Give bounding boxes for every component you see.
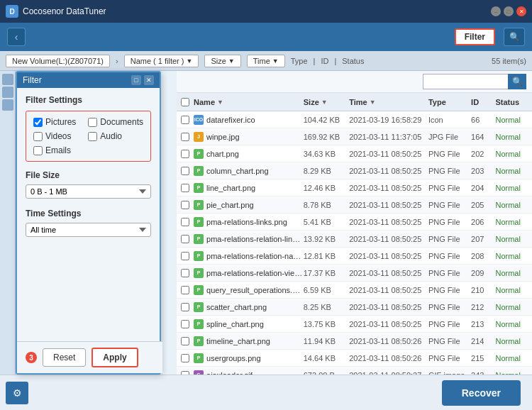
table-row[interactable]: ICO datarefixer.ico 104.42 KB 2021-03-19… bbox=[177, 111, 532, 128]
table-row[interactable]: P usergroups.png 14.64 KB 2021-03-11 08:… bbox=[177, 350, 532, 367]
checkbox-audio[interactable]: Audio bbox=[88, 131, 143, 141]
app-title: Cocosenor DataTuner bbox=[23, 6, 487, 16]
checkbox-pictures[interactable]: Pictures bbox=[33, 117, 82, 127]
table-row[interactable]: P scatter_chart.png 8.25 KB 2021-03-11 0… bbox=[177, 299, 532, 316]
row-id: 215 bbox=[471, 354, 495, 362]
table-row[interactable]: P query_result_operations.png 6.59 KB 20… bbox=[177, 282, 532, 299]
row-size: 14.64 KB bbox=[304, 354, 349, 362]
time-settings-label: Time Settings bbox=[26, 209, 151, 218]
table-row[interactable]: P column_chart.png 8.29 KB 2021-03-11 08… bbox=[177, 162, 532, 179]
filter-button[interactable]: Filter bbox=[455, 28, 495, 45]
apply-button[interactable]: Apply bbox=[92, 348, 138, 367]
table-row[interactable]: P line_chart.png 12.46 KB 2021-03-11 08:… bbox=[177, 179, 532, 196]
row-type: JPG File bbox=[428, 133, 471, 141]
sidebar-icon-1[interactable] bbox=[2, 74, 13, 85]
close-button[interactable]: ✕ bbox=[516, 6, 526, 16]
toolbar-search-button[interactable]: 🔍 bbox=[504, 28, 525, 46]
recover-button[interactable]: Recover bbox=[442, 380, 521, 406]
sidebar-icon-2[interactable] bbox=[2, 87, 13, 98]
table-row[interactable]: J winpe.jpg 169.92 KB 2021-03-11 11:37:0… bbox=[177, 128, 532, 145]
table-row[interactable]: P pma-relations-links.png 5.41 KB 2021-0… bbox=[177, 214, 532, 231]
reset-button[interactable]: Reset bbox=[43, 348, 86, 367]
bottom-bar: ⚙ Recover bbox=[0, 375, 532, 410]
row-id: 202 bbox=[471, 150, 495, 158]
toolbar: ‹ Filter 🔍 bbox=[0, 23, 532, 51]
row-status: Normal bbox=[495, 337, 532, 345]
file-search-button[interactable]: 🔍 bbox=[508, 74, 526, 89]
table-row[interactable]: P pie_chart.png 8.78 KB 2021-03-11 08:50… bbox=[177, 196, 532, 214]
file-type-icon: P bbox=[194, 336, 204, 346]
sidebar-icon-3[interactable] bbox=[2, 99, 13, 111]
checkbox-videos[interactable]: Videos bbox=[33, 131, 82, 141]
row-name: P pie_chart.png bbox=[194, 200, 304, 210]
checkbox-pictures-input[interactable] bbox=[33, 118, 43, 127]
table-row[interactable]: P pma-relations-relation-view-link.png 1… bbox=[177, 265, 532, 282]
row-checkbox[interactable] bbox=[181, 167, 189, 175]
checkbox-emails[interactable]: Emails bbox=[33, 145, 82, 155]
col-header-type: Type bbox=[428, 98, 471, 106]
row-type: PNG File bbox=[428, 337, 471, 345]
row-checkbox[interactable] bbox=[181, 354, 189, 362]
checkbox-documents-label: Documents bbox=[100, 117, 143, 127]
table-row[interactable]: P pma-relations-relation-link.png 13.92 … bbox=[177, 231, 532, 248]
table-row[interactable]: P pma-relations-relation-name.png 12.81 … bbox=[177, 248, 532, 265]
row-type: PNG File bbox=[428, 184, 471, 192]
checkbox-audio-input[interactable] bbox=[88, 132, 97, 141]
row-name: P pma-relations-relation-link.png bbox=[194, 234, 304, 244]
checkbox-documents[interactable]: Documents bbox=[88, 117, 143, 127]
row-id: 209 bbox=[471, 269, 495, 277]
table-row[interactable]: P chart.png 34.63 KB 2021-03-11 08:50:25… bbox=[177, 145, 532, 162]
file-type-icon: P bbox=[194, 183, 204, 193]
minimize-button[interactable]: – bbox=[491, 6, 501, 16]
row-checkbox[interactable] bbox=[181, 218, 189, 226]
window-controls: – □ ✕ bbox=[491, 6, 526, 16]
row-checkbox-cell bbox=[177, 286, 194, 294]
row-id: 206 bbox=[471, 218, 495, 226]
row-checkbox[interactable] bbox=[181, 235, 189, 243]
path-time[interactable]: Time ▼ bbox=[247, 55, 285, 67]
row-checkbox[interactable] bbox=[181, 337, 189, 345]
checkbox-videos-input[interactable] bbox=[33, 132, 43, 141]
select-all-checkbox[interactable] bbox=[181, 98, 189, 106]
row-size: 5.41 KB bbox=[304, 218, 349, 226]
row-checkbox[interactable] bbox=[181, 320, 189, 328]
row-name: ICO datarefixer.ico bbox=[194, 115, 304, 125]
row-checkbox[interactable] bbox=[181, 116, 189, 124]
row-checkbox[interactable] bbox=[181, 184, 189, 192]
row-name: P pma-relations-relation-view-link.png bbox=[194, 268, 304, 278]
row-checkbox[interactable] bbox=[181, 150, 189, 158]
bottom-icon-button[interactable]: ⚙ bbox=[6, 382, 28, 404]
row-time: 2021-03-11 08:50:25 bbox=[349, 201, 428, 209]
file-type-icon: P bbox=[194, 268, 204, 278]
file-size-select[interactable]: 0 B - 1 MB 1 MB - 10 MB 10 MB - 100 MB 1… bbox=[26, 184, 151, 199]
table-row[interactable]: P timeline_chart.png 11.94 KB 2021-03-11… bbox=[177, 333, 532, 350]
time-settings-select[interactable]: All time Today Last 7 days Last 30 days … bbox=[26, 223, 151, 237]
file-type-icon: P bbox=[194, 353, 204, 363]
row-size: 8.29 KB bbox=[304, 167, 349, 175]
checkbox-emails-input[interactable] bbox=[33, 146, 43, 155]
row-checkbox[interactable] bbox=[181, 286, 189, 294]
main-content: Filter □ ✕ Filter Settings Pictures Docu… bbox=[0, 71, 532, 410]
filter-close-icon[interactable]: ✕ bbox=[144, 75, 154, 85]
path-filter[interactable]: Name ( 1 filter ) ▼ bbox=[124, 55, 199, 67]
row-type: PNG File bbox=[428, 303, 471, 311]
maximize-button[interactable]: □ bbox=[504, 6, 514, 16]
row-checkbox[interactable] bbox=[181, 201, 189, 209]
row-checkbox[interactable] bbox=[181, 133, 189, 141]
checkbox-documents-input[interactable] bbox=[88, 118, 97, 127]
table-row[interactable]: P spline_chart.png 13.75 KB 2021-03-11 0… bbox=[177, 316, 532, 333]
row-checkbox[interactable] bbox=[181, 269, 189, 277]
filter-restore-icon[interactable]: □ bbox=[131, 75, 141, 85]
row-checkbox[interactable] bbox=[181, 252, 189, 260]
file-type-icon: P bbox=[194, 302, 204, 312]
back-button[interactable]: ‹ bbox=[7, 28, 26, 46]
row-type: PNG File bbox=[428, 269, 471, 277]
row-status: Normal bbox=[495, 218, 532, 226]
file-search-input[interactable] bbox=[423, 74, 508, 89]
row-status: Normal bbox=[495, 235, 532, 243]
path-size[interactable]: Size ▼ bbox=[204, 55, 240, 67]
row-checkbox-cell bbox=[177, 354, 194, 362]
row-checkbox[interactable] bbox=[181, 303, 189, 311]
checkbox-emails-label: Emails bbox=[45, 145, 71, 155]
path-volume[interactable]: New Volume(L:)(Z807071) bbox=[6, 55, 110, 67]
